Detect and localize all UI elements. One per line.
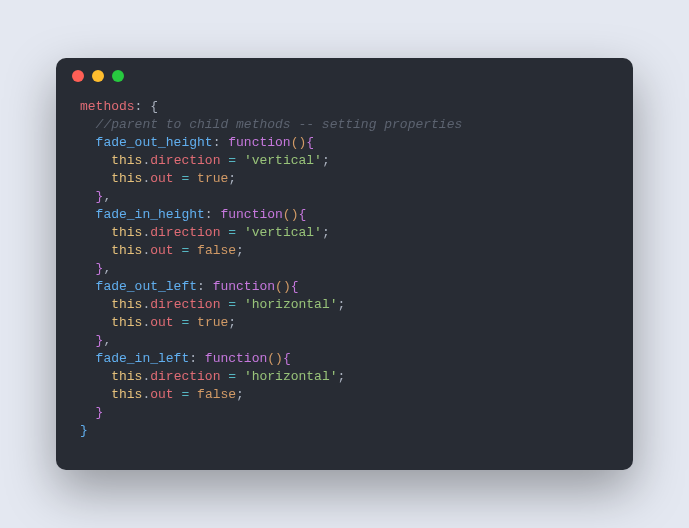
window-titlebar [56,58,633,94]
code-token: fade_in_height [96,207,205,222]
code-token: 'vertical' [244,225,322,240]
code-token: this [111,153,142,168]
code-token: function [220,207,282,222]
code-line: this.direction = 'vertical'; [80,152,609,170]
code-token: this [111,369,142,384]
code-token [80,261,96,276]
code-line: } [80,404,609,422]
code-line: this.direction = 'horizontal'; [80,368,609,386]
code-token [80,279,96,294]
code-token: out [150,243,173,258]
code-token [80,207,96,222]
code-token [80,297,111,312]
code-token: out [150,171,173,186]
code-token: this [111,387,142,402]
code-token: ; [228,315,236,330]
code-token [189,171,197,186]
code-token: ; [338,369,346,384]
code-line: fade_out_left: function(){ [80,278,609,296]
code-token: fade_out_height [96,135,213,150]
code-token: fade_in_left [96,351,190,366]
code-token: true [197,315,228,330]
code-token [80,333,96,348]
code-token: } [96,405,104,420]
code-token: this [111,171,142,186]
code-token: true [197,171,228,186]
code-token: direction [150,225,220,240]
code-token [80,315,111,330]
code-token [236,369,244,384]
code-token: this [111,225,142,240]
code-token: ) [275,351,283,366]
code-token: { [283,351,291,366]
code-token: function [228,135,290,150]
code-token: = [228,153,236,168]
code-token: false [197,243,236,258]
code-token [80,189,96,204]
code-token: //parent to child methods -- setting pro… [80,117,462,132]
code-token [236,153,244,168]
code-line: fade_out_height: function(){ [80,134,609,152]
minimize-dot[interactable] [92,70,104,82]
code-token [189,243,197,258]
code-token: , [103,261,111,276]
code-line: //parent to child methods -- setting pro… [80,116,609,134]
code-token: ; [236,243,244,258]
code-token: direction [150,297,220,312]
code-line: } [80,422,609,440]
code-line: }, [80,260,609,278]
code-line: this.out = false; [80,242,609,260]
code-line: this.direction = 'horizontal'; [80,296,609,314]
code-token: ; [322,225,330,240]
code-line: methods: { [80,98,609,116]
code-line: this.out = true; [80,314,609,332]
code-token: { [291,279,299,294]
code-token: ( [267,351,275,366]
code-token: { [298,207,306,222]
code-token: : [213,135,229,150]
code-token: direction [150,369,220,384]
code-token: ) [283,279,291,294]
code-token: this [111,315,142,330]
code-token: this [111,297,142,312]
code-token: : [197,279,213,294]
code-token [80,405,96,420]
code-token: fade_out_left [96,279,197,294]
maximize-dot[interactable] [112,70,124,82]
code-token: ; [322,153,330,168]
code-line: fade_in_left: function(){ [80,350,609,368]
code-window: methods: { //parent to child methods -- … [56,58,633,470]
code-token: { [306,135,314,150]
code-token: this [111,243,142,258]
code-token: = [228,225,236,240]
code-token: : [189,351,205,366]
code-token: function [205,351,267,366]
code-token: ( [275,279,283,294]
code-token [189,315,197,330]
code-token [236,225,244,240]
code-token: 'vertical' [244,153,322,168]
code-token: : [205,207,221,222]
code-token [80,135,96,150]
code-line: fade_in_height: function(){ [80,206,609,224]
code-token [80,153,111,168]
code-token: out [150,315,173,330]
code-line: }, [80,332,609,350]
code-token: 'horizontal' [244,369,338,384]
code-token [80,225,111,240]
code-token: , [103,333,111,348]
code-line: }, [80,188,609,206]
code-token: direction [150,153,220,168]
code-token: ; [236,387,244,402]
code-token [80,387,111,402]
code-token: methods [80,99,135,114]
code-token: function [213,279,275,294]
code-line: this.direction = 'vertical'; [80,224,609,242]
code-token [189,387,197,402]
code-line: this.out = true; [80,170,609,188]
close-dot[interactable] [72,70,84,82]
code-token: false [197,387,236,402]
code-token [80,171,111,186]
code-token: } [80,423,88,438]
code-token [80,243,111,258]
